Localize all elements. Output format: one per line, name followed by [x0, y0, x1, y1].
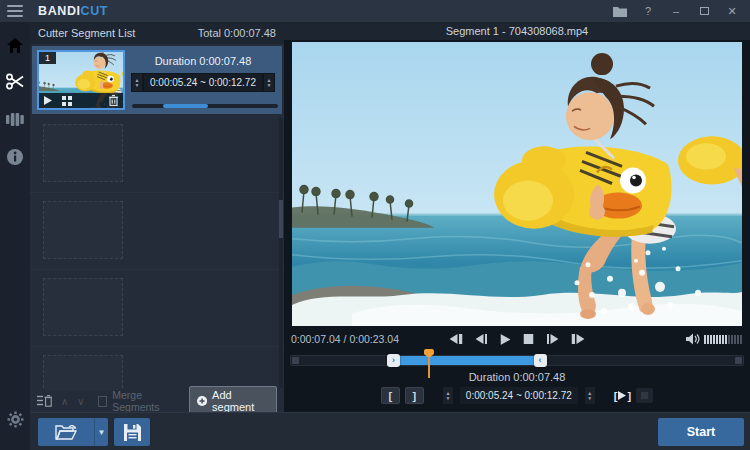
video-preview	[292, 42, 742, 326]
total-duration: Total 0:00:07.48	[198, 27, 276, 39]
bracket-close: ]	[627, 390, 631, 402]
play-button[interactable]	[501, 334, 511, 345]
segment-thumbnail[interactable]: 1	[37, 50, 125, 110]
move-segment-down-button[interactable]: ∨	[77, 396, 84, 407]
segment-split-button[interactable]	[62, 96, 72, 106]
add-segment-button[interactable]: Add segment	[189, 386, 277, 413]
sidebar-item-settings[interactable]	[0, 406, 30, 432]
segment-delete-button[interactable]	[109, 95, 118, 106]
segment-row-1[interactable]: 1 Duration 0:00:07.48	[32, 46, 282, 114]
stop-small-icon	[641, 392, 648, 399]
timeline-selected-range[interactable]	[393, 356, 541, 365]
volume-control[interactable]	[686, 333, 742, 345]
scrollbar-thumb[interactable]	[279, 200, 283, 238]
stop-button[interactable]	[524, 334, 534, 344]
play-icon	[618, 391, 626, 400]
prev-segment-button[interactable]	[450, 334, 463, 344]
sidebar-item-home[interactable]	[0, 32, 30, 58]
grid-icon	[62, 96, 72, 106]
trim-range-input[interactable]: 0:00:05.24 ~ 0:00:12.72	[459, 386, 579, 405]
folder-icon	[613, 6, 627, 17]
start-button[interactable]: Start	[658, 418, 744, 446]
empty-segment-slot	[30, 270, 284, 347]
bracket-open: [	[614, 390, 618, 402]
plus-circle-icon	[197, 395, 207, 407]
segment-list-scrollbar[interactable]	[279, 118, 283, 388]
set-start-button[interactable]: [	[381, 387, 400, 404]
set-end-button[interactable]: ]	[405, 387, 424, 404]
delete-all-segments-button[interactable]	[37, 395, 52, 407]
speaker-icon	[686, 333, 700, 345]
save-button[interactable]	[114, 418, 150, 446]
open-folder-icon	[55, 424, 77, 441]
empty-segment-slot	[30, 116, 284, 193]
transport-buttons	[450, 334, 585, 345]
merge-segments-checkbox[interactable]	[98, 396, 108, 407]
skip-forward-icon	[572, 334, 585, 344]
maximize-button[interactable]	[692, 2, 716, 20]
step-forward-button[interactable]	[547, 334, 559, 344]
segment-list-footer: ∧ ∨ Merge Segments Add segment	[30, 390, 284, 412]
video-title: Segment 1 - 704308068.mp4	[284, 22, 750, 40]
sidebar-item-join[interactable]	[0, 106, 30, 132]
timeline-end-cap	[735, 357, 742, 364]
frame-forward-icon	[547, 334, 559, 344]
close-button[interactable]: ✕	[720, 2, 744, 20]
trim-start-stepper[interactable]: ▲▼	[442, 386, 454, 405]
gear-icon	[7, 411, 24, 428]
open-file-dropdown[interactable]: ▼	[94, 418, 108, 446]
segment-thumb-toolbar	[39, 93, 123, 108]
stop-selection-button[interactable]	[636, 388, 653, 403]
help-button[interactable]: ?	[636, 2, 660, 20]
segment-play-button[interactable]	[44, 96, 52, 105]
app-logo: BANDICUT	[38, 4, 108, 18]
segment-range-input[interactable]: 0:00:05.24 ~ 0:00:12.72	[143, 73, 263, 92]
timeline: › ‹	[290, 353, 744, 367]
minimize-button[interactable]: –	[664, 2, 688, 20]
scissors-icon	[6, 73, 24, 90]
save-icon	[124, 424, 141, 441]
trim-end-stepper[interactable]: ▲▼	[584, 386, 596, 405]
sidebar	[0, 22, 30, 450]
trash-icon	[109, 95, 118, 106]
segment-duration-label: Duration 0:00:07.48	[128, 55, 278, 67]
list-delete-icon	[37, 395, 52, 407]
timeline-start-cap	[292, 357, 299, 364]
open-file-titlebar-button[interactable]	[608, 2, 632, 20]
empty-thumbnail-placeholder	[43, 201, 123, 259]
timeline-start-handle[interactable]: ›	[387, 354, 400, 367]
empty-segment-slot	[30, 347, 284, 390]
video-frame-image	[292, 42, 742, 326]
add-segment-label: Add segment	[212, 389, 267, 413]
timeline-end-handle[interactable]: ‹	[534, 354, 547, 367]
playback-controls: 0:00:07.04 / 0:00:23.04	[284, 328, 750, 350]
logo-bandi: BANDI	[38, 4, 81, 18]
next-segment-button[interactable]	[572, 334, 585, 344]
sidebar-item-info[interactable]	[0, 144, 30, 170]
skip-back-icon	[450, 334, 463, 344]
range-start-stepper[interactable]: ▲▼	[131, 73, 143, 92]
segment-number-badge: 1	[39, 52, 56, 64]
step-back-button[interactable]	[476, 334, 488, 344]
move-segment-up-button[interactable]: ∧	[61, 396, 68, 407]
logo-cut: CUT	[81, 4, 109, 18]
segment-list	[30, 116, 284, 390]
segment-list-title: Cutter Segment List	[38, 27, 135, 39]
menu-icon[interactable]	[0, 0, 30, 22]
segment-progress-track	[132, 104, 278, 108]
maximize-icon	[700, 7, 709, 15]
play-icon	[501, 334, 511, 345]
info-icon	[7, 149, 23, 165]
join-clips-icon	[6, 112, 24, 127]
merge-segments-label: Merge Segments	[112, 389, 180, 412]
trim-controls: [ ] ▲▼ 0:00:05.24 ~ 0:00:12.72 ▲▼ [ ]	[284, 386, 750, 405]
play-selection-button[interactable]: [ ]	[614, 387, 631, 404]
empty-thumbnail-placeholder	[43, 278, 123, 336]
bottom-bar: ▼ Start	[30, 412, 750, 450]
range-end-stepper[interactable]: ▲▼	[263, 73, 275, 92]
frame-back-icon	[476, 334, 488, 344]
sidebar-item-cut[interactable]	[0, 68, 30, 94]
home-icon	[7, 38, 23, 53]
open-file-button[interactable]	[38, 418, 94, 446]
volume-meter[interactable]	[704, 335, 742, 344]
